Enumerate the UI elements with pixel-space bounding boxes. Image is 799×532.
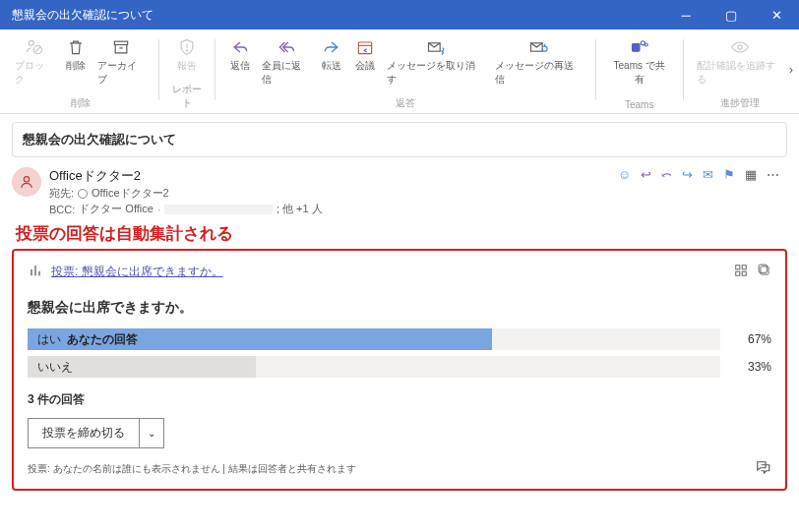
forward-arrow-icon bbox=[322, 37, 341, 57]
ribbon-divider bbox=[683, 39, 684, 100]
calendar-reply-icon bbox=[355, 37, 375, 57]
poll-option-row: いいえ 33% bbox=[28, 356, 771, 378]
ribbon-group-label: 返答 bbox=[223, 96, 587, 113]
ribbon-group-label: 進捗管理 bbox=[692, 96, 789, 113]
close-button[interactable]: ✕ bbox=[754, 0, 799, 30]
close-poll-button[interactable]: 投票を締め切る bbox=[29, 419, 139, 447]
ribbon-group-delete: ブロック 削除 アーカイブ 削除 bbox=[4, 35, 156, 113]
svg-point-15 bbox=[24, 177, 29, 182]
svg-rect-6 bbox=[359, 42, 372, 54]
poll-bar[interactable]: はい あなたの回答 bbox=[28, 328, 720, 350]
svg-rect-19 bbox=[736, 266, 740, 269]
read-status-icon[interactable]: ✉ bbox=[703, 167, 713, 182]
svg-rect-21 bbox=[736, 271, 740, 275]
emoji-button[interactable]: ☺ bbox=[618, 167, 631, 182]
svg-point-5 bbox=[186, 50, 187, 51]
subject-text: 懇親会の出欠確認について bbox=[23, 132, 176, 147]
maximize-button[interactable]: ▢ bbox=[708, 0, 754, 30]
tracking-button: 配計確認を追跡する bbox=[692, 35, 789, 89]
poll-option-pct: 67% bbox=[730, 332, 771, 346]
svg-rect-20 bbox=[742, 266, 746, 269]
apps-icon-button[interactable]: ▦ bbox=[745, 167, 757, 182]
poll-option-row: はい あなたの回答 67% bbox=[28, 328, 771, 350]
window-controls: ─ ▢ ✕ bbox=[663, 0, 799, 30]
poll-option-pct: 33% bbox=[730, 360, 771, 374]
resend-button[interactable]: メッセージの再送信 bbox=[490, 35, 587, 89]
archive-icon bbox=[111, 37, 131, 57]
svg-point-0 bbox=[29, 40, 33, 45]
annotation-text: 投票の回答は自動集計される bbox=[0, 220, 799, 249]
svg-line-2 bbox=[34, 47, 40, 53]
reply-all-icon-button[interactable]: ⤺ bbox=[661, 167, 672, 182]
ribbon-group-tracking: 配計確認を追跡する 進捗管理 bbox=[686, 35, 795, 113]
eye-icon bbox=[730, 37, 750, 57]
reply-all-button[interactable]: 全員に返信 bbox=[257, 35, 316, 89]
message-header: Officeドクター2 宛先: Officeドクター2 BCC: ドクター Of… bbox=[0, 163, 799, 220]
ribbon-divider bbox=[215, 39, 215, 100]
ribbon-group-teams: T Teams で共有 Teams bbox=[598, 35, 681, 113]
shield-warning-icon bbox=[177, 37, 197, 57]
minimize-button[interactable]: ─ bbox=[663, 0, 708, 30]
ribbon-group-report: 報告 レポート bbox=[161, 35, 213, 113]
poll-option-label: いいえ bbox=[37, 359, 73, 376]
delete-button[interactable]: 削除 bbox=[59, 35, 92, 75]
recall-button[interactable]: メッセージを取り消す bbox=[382, 35, 489, 89]
poll-comment-icon[interactable] bbox=[754, 458, 771, 479]
ribbon-divider bbox=[595, 39, 596, 100]
meeting-button[interactable]: 会議 bbox=[348, 35, 382, 75]
poll-response-count: 3 件の回答 bbox=[28, 391, 771, 408]
svg-rect-3 bbox=[115, 41, 128, 44]
to-prefix: 宛先: bbox=[49, 186, 74, 201]
ribbon-group-label: レポート bbox=[167, 83, 207, 113]
reply-all-arrow-icon bbox=[277, 37, 296, 57]
poll-your-answer: あなたの回答 bbox=[67, 331, 138, 348]
flag-icon-button[interactable]: ⚑ bbox=[723, 167, 735, 182]
teams-icon: T bbox=[630, 37, 649, 57]
poll-option-label: はい bbox=[37, 331, 61, 348]
poll-bars-icon bbox=[28, 263, 43, 281]
poll-question: 懇親会に出席できますか。 bbox=[28, 299, 771, 317]
reply-icon-button[interactable]: ↩ bbox=[641, 167, 651, 182]
forward-icon-button[interactable]: ↪ bbox=[682, 167, 693, 182]
poll-header: 投票: 懇親会に出席できますか。 bbox=[28, 263, 771, 281]
teams-share-button[interactable]: T Teams で共有 bbox=[604, 35, 675, 89]
close-poll-dropdown[interactable]: ⌄ bbox=[139, 419, 163, 447]
archive-button[interactable]: アーカイブ bbox=[92, 35, 152, 89]
more-actions-button[interactable]: ⋯ bbox=[767, 167, 779, 182]
person-icon bbox=[19, 174, 34, 190]
forward-button[interactable]: 転送 bbox=[315, 35, 348, 75]
poll-card: 投票: 懇親会に出席できますか。 懇親会に出席できますか。 はい あなたの回答 … bbox=[12, 249, 787, 491]
ribbon-group-label: 削除 bbox=[10, 96, 151, 113]
reply-arrow-icon bbox=[230, 37, 250, 57]
ribbon-group-respond: 返信 全員に返信 転送 会議 メッセージを取り消す メッセージの再送信 bbox=[217, 35, 593, 113]
svg-point-14 bbox=[738, 45, 742, 49]
bcc-prefix: BCC: bbox=[49, 204, 75, 215]
poll-link[interactable]: 投票: 懇親会に出席できますか。 bbox=[51, 264, 223, 280]
to-recipient: Officeドクター2 bbox=[92, 186, 169, 201]
presence-dot-icon bbox=[78, 189, 88, 199]
header-lines: Officeドクター2 宛先: Officeドクター2 BCC: ドクター Of… bbox=[49, 167, 610, 216]
svg-text:T: T bbox=[634, 45, 638, 51]
close-poll-splitbutton: 投票を締め切る ⌄ bbox=[28, 418, 164, 448]
sender-name: Officeドクター2 bbox=[49, 167, 610, 185]
subject-bar: 懇親会の出欠確認について bbox=[12, 122, 787, 157]
svg-point-13 bbox=[645, 43, 647, 46]
poll-expand-icon[interactable] bbox=[734, 264, 748, 280]
bcc-recipient: ドクター Office bbox=[79, 202, 154, 216]
block-button: ブロック bbox=[10, 35, 59, 89]
other-recipients: ; 他 +1 人 bbox=[277, 202, 323, 216]
ribbon-scroll-right[interactable]: › bbox=[789, 63, 793, 77]
ribbon-toolbar: ブロック 削除 アーカイブ 削除 報告 レポート bbox=[0, 30, 799, 114]
window-title: 懇親会の出欠確認について bbox=[12, 7, 663, 24]
svg-rect-23 bbox=[761, 266, 768, 274]
window-titlebar: 懇親会の出欠確認について ─ ▢ ✕ bbox=[0, 0, 799, 30]
block-icon bbox=[25, 37, 44, 57]
ribbon-group-label: Teams bbox=[604, 99, 675, 113]
sender-avatar[interactable] bbox=[12, 167, 41, 197]
poll-bar[interactable]: いいえ bbox=[28, 356, 720, 378]
envelope-refresh-icon bbox=[528, 37, 548, 57]
ribbon-divider bbox=[158, 39, 159, 100]
poll-popout-icon[interactable] bbox=[758, 264, 771, 280]
reply-button[interactable]: 返信 bbox=[223, 35, 257, 75]
header-actions: ☺ ↩ ⤺ ↪ ✉ ⚑ ▦ ⋯ bbox=[618, 167, 779, 216]
